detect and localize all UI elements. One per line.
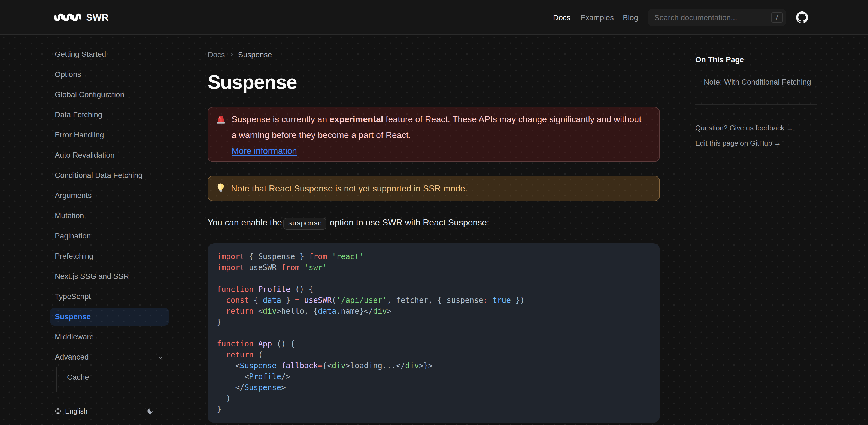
code-token-tag: div [405, 361, 419, 370]
search-input[interactable] [648, 9, 786, 26]
page: SWR DocsExamplesBlog / Getting StartedOp… [0, 0, 868, 425]
code-token-kw: from [309, 252, 327, 261]
code-block[interactable]: import { Suspense } from 'react'import u… [208, 243, 660, 423]
toc-heading: On This Page [695, 55, 744, 64]
code-token-pl: } [217, 405, 221, 414]
sidebar: Getting StartedOptionsGlobal Configurati… [50, 45, 168, 389]
sidebar-nested-items: Cache [50, 368, 168, 386]
page-title: Suspense [208, 72, 297, 93]
code-token-str: '/api/user' [336, 296, 386, 305]
code-token-pl: }) [511, 296, 525, 305]
code-line: return ( [217, 349, 651, 360]
code-token-pl: >loading...</ [345, 361, 405, 370]
code-token-pl: } [217, 317, 221, 326]
sidebar-item-middleware[interactable]: Middleware [50, 328, 168, 346]
logo-text[interactable]: SWR [86, 0, 109, 35]
code-token-pl [488, 296, 493, 305]
feedback-link[interactable]: Question? Give us feedback → [695, 124, 793, 132]
code-line: ) [217, 393, 651, 404]
sidebar-footer: English [50, 403, 168, 419]
nav-link-blog[interactable]: Blog [623, 0, 638, 35]
sidebar-item-arguments[interactable]: Arguments [50, 187, 168, 205]
code-token-cmp: Suspense [240, 361, 277, 370]
code-token-pl: {< [322, 361, 332, 370]
code-token-pl: } [281, 296, 295, 305]
code-line: const { data } = useSWR('/api/user', fet… [217, 294, 651, 306]
paragraph-text-after: option to use SWR with React Suspense: [328, 218, 489, 227]
edit-page-link[interactable]: Edit this page on GitHub → [695, 139, 781, 147]
sidebar-item-mutation[interactable]: Mutation [50, 207, 168, 225]
sidebar-item-next-js-ssg-and-ssr[interactable]: Next.js SSG and SSR [50, 267, 168, 285]
more-information-link[interactable]: More information [231, 146, 297, 155]
code-token-pl [300, 296, 304, 305]
code-content: import { Suspense } from 'react'import u… [217, 251, 651, 415]
code-token-pl: < [217, 361, 240, 370]
warning-callout: Note that React Suspense is not yet supp… [208, 175, 660, 201]
code-token-pl: { [249, 296, 263, 305]
swr-logo-icon[interactable] [55, 13, 82, 22]
github-icon[interactable] [796, 11, 808, 24]
chevron-down-icon [157, 355, 163, 360]
code-token-pl: { Suspense } [244, 252, 309, 261]
code-line: import { Suspense } from 'react' [217, 251, 651, 262]
code-line: import useSWR from 'swr' [217, 262, 651, 273]
code-token-tag: div [373, 307, 387, 315]
nav-link-docs[interactable]: Docs [553, 0, 570, 35]
code-token-kw: from [281, 263, 300, 272]
sidebar-item-advanced[interactable]: Advanced [50, 348, 168, 366]
sidebar-item-global-configuration[interactable]: Global Configuration [50, 86, 168, 104]
toc-divider [695, 104, 817, 105]
code-token-pl [277, 361, 281, 370]
code-token-tag: div [332, 361, 346, 370]
language-switcher[interactable]: English [50, 403, 88, 419]
code-token-pl [217, 350, 226, 359]
sidebar-item-typescript[interactable]: TypeScript [50, 287, 168, 306]
sidebar-item-data-fetching[interactable]: Data Fetching [50, 106, 168, 124]
code-token-str: 'swr' [304, 263, 327, 272]
breadcrumb-docs[interactable]: Docs [208, 50, 225, 59]
code-token-pl [254, 339, 258, 348]
sidebar-item-auto-revalidation[interactable]: Auto Revalidation [50, 146, 168, 164]
code-token-pl: () { [290, 285, 313, 293]
code-line: <Suspense fallback={<div>loading...</div… [217, 360, 651, 371]
code-token-pl [254, 285, 258, 293]
code-token-kw: return [226, 307, 254, 315]
intro-paragraph: You can enable thesuspense option to use… [208, 217, 489, 230]
code-token-tag: div [263, 307, 277, 315]
nav-link-examples[interactable]: Examples [580, 0, 614, 35]
code-token-kw: = [295, 296, 300, 305]
sidebar-item-cache[interactable]: Cache [50, 368, 168, 386]
sidebar-item-getting-started[interactable]: Getting Started [50, 45, 168, 63]
code-token-pl: ( [332, 296, 337, 305]
code-token-pl: </ [217, 383, 244, 392]
code-token-pl: ( [254, 350, 263, 359]
code-token-kw: import [217, 252, 244, 261]
code-token-kw: function [217, 285, 254, 293]
code-line: } [217, 404, 651, 415]
sidebar-item-pagination[interactable]: Pagination [50, 227, 168, 245]
sidebar-item-error-handling[interactable]: Error Handling [50, 126, 168, 144]
code-token-cmp: Suspense [244, 383, 281, 392]
breadcrumb-current: Suspense [238, 50, 272, 59]
code-token-pl: > [281, 383, 286, 392]
breadcrumb: Docs Suspense [208, 50, 272, 59]
toc-item[interactable]: Note: With Conditional Fetching [704, 78, 811, 86]
code-token-kw: const [226, 296, 249, 305]
code-token-pl: /> [281, 372, 290, 381]
sidebar-item-options[interactable]: Options [50, 65, 168, 83]
lightbulb-icon [216, 182, 225, 200]
sidebar-item-suspense[interactable]: Suspense [50, 308, 168, 326]
code-line: } [217, 316, 651, 327]
theme-toggle-moon-icon[interactable] [146, 407, 153, 415]
sidebar-item-conditional-data-fetching[interactable]: Conditional Data Fetching [50, 166, 168, 185]
siren-icon [216, 114, 226, 161]
code-token-pl: , fetcher, { suspense [387, 296, 483, 305]
code-token-num: data [263, 296, 281, 305]
error-callout: Suspense is currently an experimental fe… [208, 107, 660, 162]
code-token-kw: import [217, 263, 244, 272]
code-line: </Suspense> [217, 382, 651, 393]
language-label: English [65, 407, 88, 415]
sidebar-item-prefetching[interactable]: Prefetching [50, 247, 168, 265]
code-token-pl: > [387, 307, 392, 315]
code-token-fn: useSWR [304, 296, 332, 305]
